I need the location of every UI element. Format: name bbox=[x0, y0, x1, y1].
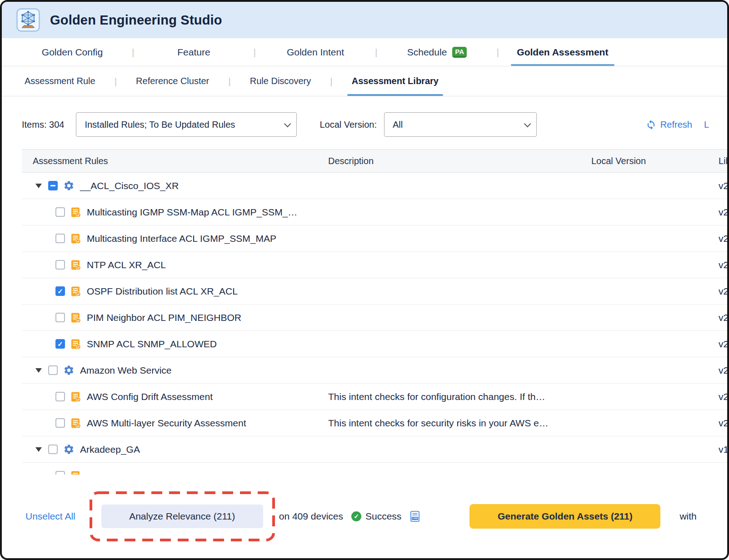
unselect-all-link[interactable]: Unselect All bbox=[25, 511, 75, 522]
row-checkbox[interactable] bbox=[55, 234, 65, 243]
rule-name: __ACL_Cisco_IOS_XR bbox=[80, 180, 179, 191]
tab-golden-assessment[interactable]: Golden Assessment bbox=[499, 38, 626, 66]
lib-version-value: v2. bbox=[699, 233, 727, 244]
table-row: Amazon Web Service v2. bbox=[22, 357, 727, 384]
status-badge: ✓ Success bbox=[351, 511, 401, 522]
rule-name-cell: Multicasting Interface ACL IGMP_SSM_MAP bbox=[22, 233, 328, 244]
local-version-select[interactable]: All bbox=[384, 112, 537, 137]
rule-name-cell bbox=[22, 470, 328, 475]
rule-name: Multicasting IGMP SSM-Map ACL IGMP_SSM_… bbox=[87, 207, 297, 218]
tab-label: Golden Assessment bbox=[517, 47, 608, 58]
row-checkbox[interactable] bbox=[55, 207, 65, 217]
rule-name: Arkadeep_GA bbox=[80, 444, 140, 455]
rule-name-cell: AWS Config Drift Assessment bbox=[22, 391, 328, 402]
row-checkbox[interactable] bbox=[55, 260, 65, 270]
rule-description: This intent checks for security risks in… bbox=[328, 418, 591, 429]
footer-bar: Unselect All Analyze Relevance (211) on … bbox=[2, 475, 727, 558]
table-row bbox=[22, 463, 727, 475]
lib-version-value: v2. bbox=[699, 391, 727, 402]
expand-caret-icon[interactable] bbox=[35, 368, 42, 373]
refresh-label: Refresh bbox=[660, 120, 692, 130]
rule-name-cell: OSPF Distribution list ACL XR_ACL bbox=[22, 286, 328, 297]
rule-name: Multicasting Interface ACL IGMP_SSM_MAP bbox=[87, 233, 276, 244]
tab-label: Golden Config bbox=[42, 47, 103, 58]
lib-version-value: v2. bbox=[699, 207, 727, 218]
table-row: SNMP ACL SNMP_ALLOWED v2. bbox=[22, 331, 727, 357]
header-local-version: Local Version bbox=[591, 156, 699, 166]
table-row: __ACL_Cisco_IOS_XR v2. bbox=[22, 173, 727, 199]
table-row: AWS Multi-layer Security Assessment This… bbox=[22, 410, 727, 436]
row-checkbox[interactable] bbox=[48, 365, 58, 375]
generate-golden-assets-button[interactable]: Generate Golden Assets (211) bbox=[469, 504, 660, 529]
assessment-rule-icon bbox=[70, 260, 81, 270]
assessment-rule-icon bbox=[70, 207, 81, 218]
subtab-label: Assessment Rule bbox=[25, 76, 95, 86]
row-checkbox[interactable] bbox=[48, 181, 58, 190]
row-checkbox[interactable] bbox=[55, 471, 65, 475]
rule-name: SNMP ACL SNMP_ALLOWED bbox=[87, 339, 217, 350]
table-row: AWS Config Drift Assessment This intent … bbox=[22, 384, 727, 410]
subtab-label: Reference Cluster bbox=[136, 76, 209, 86]
tab-feature[interactable]: Feature bbox=[134, 38, 253, 66]
assessment-rule-icon bbox=[70, 470, 81, 475]
subtab-label: Assessment Library bbox=[352, 76, 439, 86]
success-check-icon: ✓ bbox=[351, 511, 361, 521]
assessment-rule-icon bbox=[70, 391, 81, 402]
subtab-rule-discovery[interactable]: Rule Discovery bbox=[231, 66, 330, 96]
tab-label: Golden Intent bbox=[287, 47, 344, 58]
clipped-link[interactable]: L bbox=[704, 120, 709, 130]
tab-golden-config[interactable]: Golden Config bbox=[13, 38, 132, 66]
subtab-reference-cluster[interactable]: Reference Cluster bbox=[117, 66, 228, 96]
rule-name: AWS Multi-layer Security Assessment bbox=[87, 418, 246, 429]
header-lib-version: Lib bbox=[699, 156, 727, 166]
app-window: Golden Engineering Studio Golden Config … bbox=[0, 0, 729, 560]
table-row: NTP ACL XR_ACL v2. bbox=[22, 252, 727, 278]
lib-version-value: v2. bbox=[699, 312, 727, 323]
status-label: Success bbox=[365, 511, 401, 522]
row-checkbox[interactable] bbox=[55, 339, 65, 349]
lib-version-value: v2. bbox=[699, 339, 727, 350]
refresh-button[interactable]: Refresh bbox=[646, 120, 692, 130]
chevron-down-icon bbox=[524, 120, 531, 127]
rule-name: AWS Config Drift Assessment bbox=[87, 391, 213, 402]
expand-caret-icon[interactable] bbox=[35, 447, 42, 452]
lib-version-value: v2. bbox=[699, 418, 727, 429]
assessment-rule-icon bbox=[70, 286, 81, 297]
secondary-tabs: Assessment Rule | Reference Cluster | Ru… bbox=[2, 66, 727, 96]
rule-name: PIM Neighbor ACL PIM_NEIGHBOR bbox=[87, 312, 241, 323]
table-body: __ACL_Cisco_IOS_XR v2. bbox=[22, 173, 727, 475]
table-row: OSPF Distribution list ACL XR_ACL v2. bbox=[22, 278, 727, 305]
rule-name: Amazon Web Service bbox=[80, 365, 172, 376]
annotation-highlight: Analyze Relevance (211) bbox=[89, 491, 275, 542]
row-checkbox[interactable] bbox=[55, 313, 65, 322]
pa-badge: PA bbox=[452, 47, 467, 58]
table-row: Multicasting Interface ACL IGMP_SSM_MAP … bbox=[22, 225, 727, 252]
toolbar: Items: 304 Installed Rules; To Be Update… bbox=[2, 112, 727, 137]
row-checkbox[interactable] bbox=[55, 418, 65, 428]
local-version-value: All bbox=[393, 120, 403, 130]
row-checkbox[interactable] bbox=[55, 392, 65, 401]
rules-filter-select[interactable]: Installed Rules; To Be Updated Rules bbox=[76, 112, 297, 137]
chevron-down-icon bbox=[284, 120, 291, 127]
tab-golden-intent[interactable]: Golden Intent bbox=[256, 38, 375, 66]
with-text: with bbox=[679, 511, 696, 522]
subtab-assessment-library[interactable]: Assessment Library bbox=[333, 66, 458, 96]
lib-version-value: v2. bbox=[699, 260, 727, 270]
table-header: Assessment Rules Description Local Versi… bbox=[22, 149, 727, 173]
rule-description: This intent checks for configuration cha… bbox=[328, 391, 591, 402]
subtab-assessment-rule[interactable]: Assessment Rule bbox=[5, 66, 115, 96]
gear-icon bbox=[63, 365, 75, 376]
table-row: Arkadeep_GA v1. bbox=[22, 436, 727, 463]
gear-icon bbox=[63, 180, 75, 191]
tab-schedule[interactable]: Schedule PA bbox=[377, 38, 496, 66]
local-version-label: Local Version: bbox=[320, 120, 377, 130]
items-count: Items: 304 bbox=[22, 120, 64, 130]
log-icon[interactable]: LOG bbox=[410, 511, 419, 522]
row-checkbox[interactable] bbox=[48, 445, 58, 454]
table-row: PIM Neighbor ACL PIM_NEIGHBOR v2. bbox=[22, 305, 727, 331]
row-checkbox[interactable] bbox=[55, 286, 65, 296]
rule-name-cell: NTP ACL XR_ACL bbox=[22, 260, 328, 270]
assessment-rules-table: Assessment Rules Description Local Versi… bbox=[22, 149, 727, 475]
table-row: Multicasting IGMP SSM-Map ACL IGMP_SSM_…… bbox=[22, 199, 727, 225]
expand-caret-icon[interactable] bbox=[35, 184, 42, 188]
